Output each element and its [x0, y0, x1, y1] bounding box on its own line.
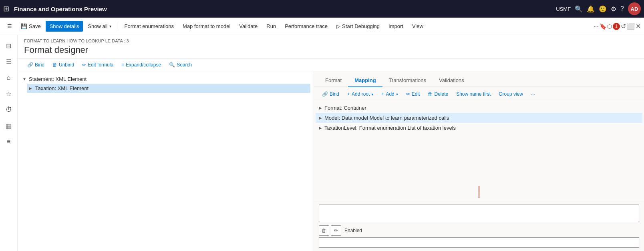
tree-label-statement: Statement: XML Element	[29, 76, 87, 82]
top-bar-right: USMF 🔍 🔔 🙂 ⚙ ? AD	[556, 2, 641, 15]
start-debugging-button[interactable]: ▷ Start Debugging	[332, 21, 384, 32]
data-sources-list: ▶ Format: Container ▶ Model: Data model …	[314, 101, 644, 183]
performance-trace-button[interactable]: Performance trace	[281, 21, 332, 32]
tab-transformations[interactable]: Transformations	[382, 74, 433, 87]
ds-item-taxation-level[interactable]: ▶ TaxationLevel: Format enumeration List…	[316, 123, 642, 133]
map-add-icon: +	[381, 91, 384, 97]
tree-arrow-taxation: ▶	[29, 86, 34, 90]
add-root-dropdown-icon: ▾	[371, 92, 373, 96]
top-bar: ⊞ Finance and Operations Preview USMF 🔍 …	[0, 0, 644, 18]
split-content: ▼ Statement: XML Element ▶ Taxation: XML…	[18, 71, 644, 251]
notification-badge: 1	[613, 23, 620, 30]
tab-validations[interactable]: Validations	[433, 74, 471, 87]
user-label: USMF	[556, 6, 571, 12]
main-layout: ⊟ ☰ ⌂ ☆ ⏱ ▦ ≡ FORMAT TO LEARN HOW TO LOO…	[0, 35, 644, 251]
ds-arrow-taxation-level: ▶	[319, 126, 322, 130]
search-button[interactable]: 🔍 Search	[166, 60, 195, 69]
map-delete-button[interactable]: 🗑 Delete	[425, 90, 451, 98]
emoji-icon[interactable]: 🙂	[599, 5, 607, 13]
mapping-panel: Format Mapping Transformations Validatio…	[314, 71, 644, 251]
expand-collapse-icon: ≡	[121, 62, 124, 68]
enabled-edit-button[interactable]: ✏	[331, 225, 341, 236]
sidebar-clock-icon[interactable]: ⏱	[2, 102, 16, 117]
expand-collapse-button[interactable]: ≡ Expand/collapse	[118, 60, 164, 69]
unbind-icon: 🗑	[52, 62, 57, 68]
view-button[interactable]: View	[408, 21, 427, 32]
format-toolbar: 🔗 Bind 🗑 Unbind ✏ Edit formula ≡ Expand/…	[18, 59, 644, 71]
show-all-dropdown-icon: ▾	[109, 24, 111, 28]
gear-icon[interactable]: ⚙	[611, 5, 616, 13]
breadcrumb: FORMAT TO LEARN HOW TO LOOKUP LE DATA : …	[24, 38, 638, 43]
enabled-delete-button[interactable]: 🗑	[319, 225, 329, 236]
map-more-button[interactable]: ···	[528, 90, 538, 98]
edit-icon: ✏	[82, 62, 86, 68]
search-icon: 🔍	[169, 62, 175, 68]
unbind-button[interactable]: 🗑 Unbind	[49, 60, 77, 69]
tab-mapping[interactable]: Mapping	[348, 74, 382, 87]
enabled-row: 🗑 ✏ Enabled	[319, 225, 639, 236]
save-button[interactable]: 💾 Save	[17, 21, 45, 32]
search-icon[interactable]: 🔍	[575, 5, 583, 13]
bookmark-icon[interactable]: 🔖	[600, 23, 606, 30]
ds-item-model[interactable]: ▶ Model: Data model Model to learn param…	[316, 113, 642, 123]
tree-item-statement[interactable]: ▼ Statement: XML Element	[21, 74, 310, 84]
map-add-root-button[interactable]: + Add root ▾	[344, 90, 376, 98]
red-divider	[314, 183, 644, 201]
close-icon[interactable]: ✕	[636, 22, 641, 30]
map-bind-button[interactable]: 🔗 Bind	[319, 90, 342, 98]
expand-icon[interactable]: ⬡	[607, 23, 612, 30]
ds-arrow-format: ▶	[319, 106, 322, 110]
tab-bar: Format Mapping Transformations Validatio…	[314, 71, 644, 87]
tree-arrow-statement: ▼	[22, 77, 27, 81]
mapping-toolbar: 🔗 Bind + Add root ▾ + Add ▾ ✏	[314, 87, 644, 101]
restore-icon[interactable]: ⬜	[627, 22, 635, 30]
sidebar-star-icon[interactable]: ☆	[2, 86, 16, 101]
format-enumerations-button[interactable]: Format enumerations	[121, 21, 178, 32]
divider-1	[118, 22, 118, 31]
sidebar-filter-icon[interactable]: ⊟	[2, 38, 16, 53]
ds-label-taxation-level: TaxationLevel: Format enumeration List o…	[324, 125, 456, 131]
enabled-input[interactable]	[319, 237, 639, 248]
run-button[interactable]: Run	[262, 21, 280, 32]
edit-formula-button[interactable]: ✏ Edit formula	[79, 60, 117, 69]
sidebar-list-icon[interactable]: ≡	[2, 135, 16, 149]
bottom-formula-area: 🗑 ✏ Enabled	[314, 201, 644, 251]
help-icon[interactable]: ?	[620, 5, 624, 12]
bell-icon[interactable]: 🔔	[587, 5, 595, 13]
content-area: FORMAT TO LEARN HOW TO LOOKUP LE DATA : …	[18, 35, 644, 251]
sidebar-home-icon[interactable]: ⌂	[2, 70, 16, 85]
map-edit-button[interactable]: ✏ Edit	[403, 90, 423, 98]
command-bar: ☰ 💾 Save Show details Show all ▾ Format …	[0, 18, 644, 35]
map-format-to-model-button[interactable]: Map format to model	[179, 21, 234, 32]
sidebar-grid-icon[interactable]: ▦	[2, 118, 16, 133]
tree-item-taxation[interactable]: ▶ Taxation: XML Element	[27, 84, 310, 93]
enabled-icons: 🗑 ✏	[319, 225, 341, 236]
map-group-view-button[interactable]: Group view	[495, 90, 526, 98]
hamburger-button[interactable]: ☰	[3, 21, 16, 32]
map-add-root-icon: +	[347, 91, 350, 97]
refresh-icon[interactable]: ↺	[621, 22, 626, 30]
enabled-label: Enabled	[344, 228, 362, 233]
validate-button[interactable]: Validate	[235, 21, 262, 32]
grid-icon[interactable]: ⊞	[3, 4, 9, 13]
map-add-button[interactable]: + Add ▾	[378, 90, 401, 98]
map-show-name-first-button[interactable]: Show name first	[453, 90, 494, 98]
ds-label-format: Format: Container	[324, 105, 366, 111]
show-details-button[interactable]: Show details	[46, 21, 83, 32]
ds-item-format[interactable]: ▶ Format: Container	[316, 103, 642, 113]
import-button[interactable]: Import	[384, 21, 407, 32]
red-line	[479, 186, 479, 198]
ds-arrow-model: ▶	[319, 116, 322, 120]
formula-input[interactable]	[319, 205, 639, 222]
avatar[interactable]: AD	[628, 2, 641, 15]
tree-panel: ▼ Statement: XML Element ▶ Taxation: XML…	[18, 71, 314, 251]
ds-label-model: Model: Data model Model to learn paramet…	[324, 115, 449, 121]
show-all-button[interactable]: Show all ▾	[84, 21, 115, 32]
sidebar-menu-icon[interactable]: ☰	[2, 54, 16, 69]
tree-indent: ▶ Taxation: XML Element	[27, 84, 310, 93]
more-options-icon[interactable]: ···	[594, 23, 599, 30]
bind-button[interactable]: 🔗 Bind	[24, 60, 48, 69]
tab-format[interactable]: Format	[319, 74, 348, 87]
save-icon: 💾	[21, 23, 27, 29]
debug-icon: ▷	[336, 23, 340, 29]
